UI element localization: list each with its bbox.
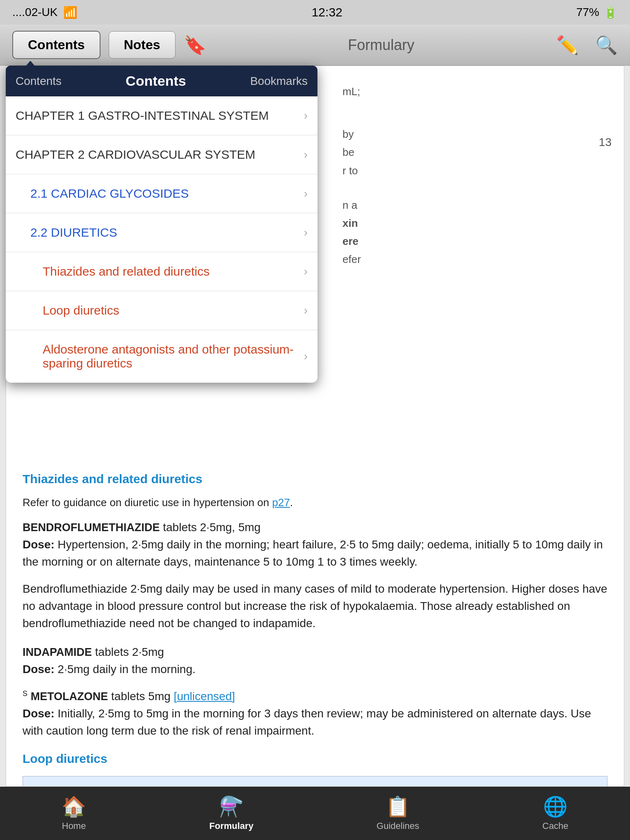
dose-label-indapamide: Dose: — [23, 663, 55, 676]
superscript-s: S — [23, 689, 27, 697]
chapter1-item[interactable]: CHAPTER 1 GASTRO-INTESTINAL SYSTEM › — [6, 96, 317, 135]
tab-cache[interactable]: 🌐 Cache — [534, 791, 577, 835]
pencil-icon[interactable]: ✏️ — [556, 34, 579, 56]
chevron-icon: › — [304, 226, 308, 239]
dose-text-benzo: Hypertension, 2·5mg daily in the morning… — [23, 538, 603, 568]
chapter2-text: CHAPTER 2 CARDIOVASCULAR SYSTEM — [16, 148, 256, 162]
battery-icon: 🔋 — [603, 6, 618, 19]
refer-text: Refer to guidance on diuretic use in hyp… — [23, 495, 607, 511]
tab-cache-label: Cache — [542, 821, 568, 831]
tab-bar: 🏠 Home ⚗️ Formulary 📋 Guidelines 🌐 Cache — [0, 787, 630, 840]
loop-section-header: Loop diuretics — [23, 749, 607, 768]
section22-item[interactable]: 2.2 DIURETICS › — [6, 213, 317, 252]
notes-button[interactable]: Notes — [109, 31, 176, 59]
nav-bar: Contents Notes 🔖 Formulary ✏️ 🔍 — [0, 25, 630, 66]
benzo-note: Bendroflumethiazide 2·5mg daily may be u… — [23, 580, 607, 632]
contents-panel: Contents Contents Bookmarks CHAPTER 1 GA… — [6, 66, 317, 383]
tab-home[interactable]: 🏠 Home — [53, 791, 94, 835]
page-number: 13 — [599, 136, 612, 149]
chapter2-item[interactable]: CHAPTER 2 CARDIOVASCULAR SYSTEM › — [6, 135, 317, 174]
thiazides-text: Thiazides and related diuretics — [43, 265, 210, 278]
section21-text: 2.1 CARDIAC GLYCOSIDES — [30, 187, 189, 201]
home-icon: 🏠 — [62, 795, 86, 818]
nav-title: Formulary — [215, 37, 548, 54]
status-right: 77% 🔋 — [576, 6, 618, 19]
bookmarks-button[interactable]: Bookmarks — [250, 75, 308, 88]
dose-text-metolazone: Initially, 2·5mg to 5mg in the morning f… — [23, 707, 591, 737]
drug-name-indapamide: INDAPAMIDE — [23, 646, 92, 658]
formulary-icon: ⚗️ — [219, 795, 244, 818]
chevron-icon: › — [304, 350, 308, 363]
chevron-icon: › — [304, 187, 308, 200]
aldosterone-text: Aldosterone antagonists and other potass… — [43, 342, 304, 370]
indapamide-block: INDAPAMIDE tablets 2·5mg Dose: 2·5mg dai… — [23, 644, 607, 678]
chapter1-text: CHAPTER 1 GASTRO-INTESTINAL SYSTEM — [16, 109, 269, 123]
tab-home-label: Home — [62, 821, 86, 831]
tab-formulary[interactable]: ⚗️ Formulary — [201, 791, 262, 835]
thiazides-section-header: Thiazides and related diuretics — [23, 470, 607, 488]
aldosterone-item[interactable]: Aldosterone antagonists and other potass… — [6, 330, 317, 383]
status-left: ....02-UK 📶 — [12, 6, 78, 19]
status-bar: ....02-UK 📶 12:32 77% 🔋 — [0, 0, 630, 25]
drug-form-metolazone: tablets 5mg — [111, 690, 174, 703]
panel-header: Contents Contents Bookmarks — [6, 66, 317, 96]
cache-icon: 🌐 — [543, 795, 568, 818]
thiazides-item[interactable]: Thiazides and related diuretics › — [6, 252, 317, 291]
contents-button[interactable]: Contents — [12, 31, 100, 59]
p27-link[interactable]: p27 — [272, 496, 290, 509]
chevron-icon: › — [304, 265, 308, 278]
wifi-icon: 📶 — [63, 6, 78, 19]
battery-text: 77% — [576, 6, 599, 19]
drug-name-metolazone: METOLAZONE — [31, 690, 108, 703]
guidelines-icon: 📋 — [386, 795, 410, 818]
first-choice-box: FIRST CHOICE: FUROSEMIDE — [23, 776, 607, 787]
panel-body: CHAPTER 1 GASTRO-INTESTINAL SYSTEM › CHA… — [6, 96, 317, 383]
bendroflumethiazide-block: BENDROFLUMETHIAZIDE tablets 2·5mg, 5mg D… — [23, 519, 607, 571]
chevron-icon: › — [304, 148, 308, 161]
panel-header-left[interactable]: Contents — [16, 75, 62, 88]
nav-icons: ✏️ 🔍 — [556, 34, 618, 56]
panel-arrow — [21, 61, 39, 71]
dose-label-benzo: Dose: — [23, 538, 55, 551]
carrier-text: ....02-UK — [12, 6, 57, 19]
dose-label-metolazone: Dose: — [23, 707, 55, 720]
tab-formulary-label: Formulary — [209, 821, 253, 831]
drug-form-benzo: tablets 2·5mg, 5mg — [163, 521, 260, 534]
chevron-icon: › — [304, 304, 308, 317]
tab-guidelines[interactable]: 📋 Guidelines — [368, 791, 427, 835]
bookmark-icon[interactable]: 🔖 — [184, 34, 206, 56]
chevron-icon: › — [304, 109, 308, 122]
search-icon[interactable]: 🔍 — [595, 34, 618, 56]
loop-item[interactable]: Loop diuretics › — [6, 291, 317, 330]
dose-text-indapamide: 2·5mg daily in the morning. — [58, 663, 196, 676]
loop-text: Loop diuretics — [43, 304, 119, 317]
unlicensed-link[interactable]: [unlicensed] — [174, 690, 235, 703]
section21-item[interactable]: 2.1 CARDIAC GLYCOSIDES › — [6, 174, 317, 213]
section22-text: 2.2 DIURETICS — [30, 226, 117, 240]
status-time: 12:32 — [312, 5, 342, 19]
metolazone-block: S METOLAZONE tablets 5mg [unlicensed] Do… — [23, 688, 607, 740]
drug-form-indapamide: tablets 2·5mg — [95, 646, 164, 658]
drug-name-benzo: BENDROFLUMETHIAZIDE — [23, 521, 160, 534]
tab-guidelines-label: Guidelines — [377, 821, 419, 831]
panel-header-title: Contents — [126, 73, 186, 89]
